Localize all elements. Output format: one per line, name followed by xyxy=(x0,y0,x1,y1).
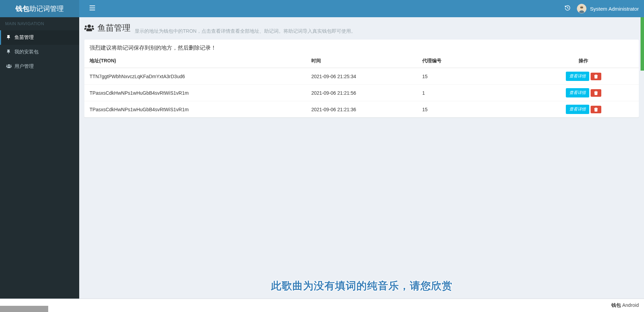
svg-rect-1 xyxy=(90,8,95,8)
sidebar-item-2[interactable]: 用户管理 xyxy=(0,59,79,74)
users-icon xyxy=(84,23,94,33)
delete-button[interactable] xyxy=(591,106,601,113)
column-header: 地址(TRON) xyxy=(84,54,306,68)
scrollbar-indicator[interactable] xyxy=(641,17,644,71)
history-icon xyxy=(564,5,571,11)
column-header: 时间 xyxy=(306,54,417,68)
user-menu[interactable]: System Administrator xyxy=(577,4,639,13)
sidebar-item-label: 我的安装包 xyxy=(14,49,39,55)
brand-logo[interactable]: 钱包助记词管理 xyxy=(0,0,79,17)
table-row: TPasxsCdkHwNPs1wHuGbB4svRtWiS1vR1m2021-0… xyxy=(84,101,639,118)
content-area: 鱼苗管理 显示的地址为钱包中的TRON，点击查看详情查看全部地址、助记词。将助记… xyxy=(79,17,644,299)
cell-agent: 1 xyxy=(417,85,528,101)
sidebar: MAIN NAVIGATION 鱼苗管理我的安装包用户管理 xyxy=(0,17,79,299)
trash-icon xyxy=(594,91,598,95)
view-detail-button[interactable]: 查看详情 xyxy=(566,88,589,97)
sidebar-item-1[interactable]: 我的安装包 xyxy=(0,45,79,59)
footer: 钱包 Android xyxy=(0,299,644,312)
footer-bold: 钱包 xyxy=(611,302,621,308)
delete-button[interactable] xyxy=(591,89,601,97)
pin-icon xyxy=(6,35,11,41)
table-header-row: 地址(TRON)时间代理编号操作 xyxy=(84,54,639,68)
sidebar-menu: 鱼苗管理我的安装包用户管理 xyxy=(0,30,79,74)
sidebar-section-label: MAIN NAVIGATION xyxy=(0,17,79,30)
taskbar-fragment xyxy=(0,306,48,312)
bars-icon xyxy=(90,6,95,10)
sidebar-item-label: 用户管理 xyxy=(14,63,34,70)
page-subtitle: 显示的地址为钱包中的TRON，点击查看详情查看全部地址、助记词。将助记词导入真实… xyxy=(135,28,356,34)
cell-time: 2021-09-06 21:21:56 xyxy=(306,85,417,101)
column-header: 代理编号 xyxy=(417,54,528,68)
sidebar-item-0[interactable]: 鱼苗管理 xyxy=(0,30,79,45)
main-box: 强烈建议将助记词保存到别的地方，然后删除记录！ 地址(TRON)时间代理编号操作… xyxy=(84,40,639,117)
content-header: 鱼苗管理 显示的地址为钱包中的TRON，点击查看详情查看全部地址、助记词。将助记… xyxy=(84,22,639,34)
users-icon xyxy=(6,64,11,70)
view-detail-button[interactable]: 查看详情 xyxy=(566,72,589,81)
footer-rest: Android xyxy=(621,302,639,308)
notice-text: 强烈建议将助记词保存到别的地方，然后删除记录！ xyxy=(84,40,639,54)
sidebar-toggle-button[interactable] xyxy=(84,0,100,17)
cell-time: 2021-09-06 21:21:36 xyxy=(306,101,417,118)
cell-agent: 15 xyxy=(417,68,528,85)
table-row: TTN7ggtPWbhNxvczLqKFaDmYxtA3rD3ud62021-0… xyxy=(84,68,639,85)
avatar xyxy=(577,4,586,13)
table-row: TPasxsCdkHwNPs1wHuGbB4svRtWiS1vR1m2021-0… xyxy=(84,85,639,101)
svg-rect-5 xyxy=(580,7,583,8)
svg-rect-2 xyxy=(90,10,95,10)
cell-address: TPasxsCdkHwNPs1wHuGbB4svRtWiS1vR1m xyxy=(84,101,306,118)
cell-actions: 查看详情 xyxy=(528,101,639,118)
cell-agent: 15 xyxy=(417,101,528,118)
top-header: 钱包助记词管理 System Administrator xyxy=(0,0,644,17)
navbar: System Administrator xyxy=(79,0,644,17)
cell-actions: 查看详情 xyxy=(528,68,639,85)
svg-rect-0 xyxy=(90,6,95,6)
video-subtitle-overlay: 此歌曲为没有填词的纯音乐，请您欣赏 xyxy=(271,279,453,293)
data-table: 地址(TRON)时间代理编号操作 TTN7ggtPWbhNxvczLqKFaDm… xyxy=(84,54,639,117)
brand-rest: 助记词管理 xyxy=(29,5,64,12)
column-header: 操作 xyxy=(528,54,639,68)
sidebar-item-label: 鱼苗管理 xyxy=(14,34,34,41)
pin-icon xyxy=(6,49,11,55)
cell-actions: 查看详情 xyxy=(528,85,639,101)
brand-bold: 钱包 xyxy=(15,5,29,12)
page-title: 鱼苗管理 xyxy=(84,22,131,33)
trash-icon xyxy=(594,107,598,112)
view-detail-button[interactable]: 查看详情 xyxy=(566,105,589,114)
delete-button[interactable] xyxy=(591,73,601,80)
cell-address: TPasxsCdkHwNPs1wHuGbB4svRtWiS1vR1m xyxy=(84,85,306,101)
user-name: System Administrator xyxy=(590,6,639,12)
trash-icon xyxy=(594,74,598,79)
cell-address: TTN7ggtPWbhNxvczLqKFaDmYxtA3rD3ud6 xyxy=(84,68,306,85)
table-body: TTN7ggtPWbhNxvczLqKFaDmYxtA3rD3ud62021-0… xyxy=(84,68,639,117)
history-button[interactable] xyxy=(564,5,571,13)
page-title-text: 鱼苗管理 xyxy=(97,22,131,33)
cell-time: 2021-09-06 21:25:34 xyxy=(306,68,417,85)
